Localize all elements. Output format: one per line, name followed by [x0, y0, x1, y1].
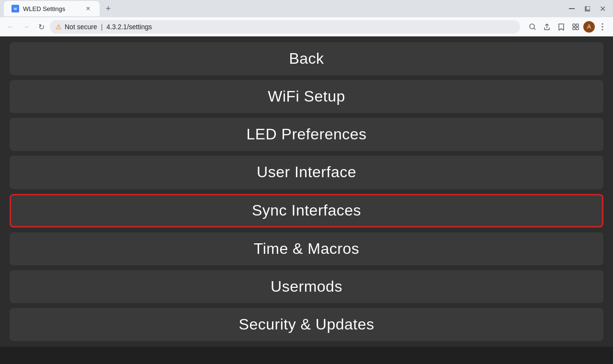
new-tab-button[interactable]: +	[102, 2, 115, 15]
menu-item-sync-interfaces[interactable]: Sync Interfaces	[10, 194, 603, 228]
svg-point-13	[602, 29, 603, 31]
menu-item-back[interactable]: Back	[10, 42, 603, 75]
address-input[interactable]: ⚠ Not secure | 4.3.2.1/settings	[50, 20, 520, 34]
page-content: BackWiFi SetupLED PreferencesUser Interf…	[0, 36, 613, 347]
forward-nav-button[interactable]: →	[19, 20, 33, 34]
address-separator: |	[101, 23, 103, 31]
tab-favicon: W	[11, 5, 19, 12]
restore-button[interactable]	[580, 2, 594, 15]
svg-rect-10	[576, 27, 579, 30]
svg-rect-4	[586, 6, 590, 10]
insecure-icon: ⚠	[56, 23, 62, 31]
svg-rect-9	[573, 27, 575, 30]
toolbar-right: A	[526, 20, 609, 34]
window-controls: ✕	[565, 2, 609, 15]
back-nav-button[interactable]: ←	[4, 20, 17, 34]
tab-close-button[interactable]: ✕	[84, 5, 92, 12]
zoom-button[interactable]	[526, 20, 539, 34]
title-bar: W WLED Settings ✕ + ✕	[0, 0, 613, 17]
menu-item-led-preferences[interactable]: LED Preferences	[10, 118, 603, 151]
svg-point-12	[602, 26, 603, 28]
browser-tab[interactable]: W WLED Settings ✕	[4, 1, 100, 16]
svg-point-5	[530, 24, 534, 29]
svg-rect-8	[576, 24, 579, 26]
svg-point-11	[602, 23, 603, 25]
share-button[interactable]	[540, 20, 554, 34]
reload-button[interactable]: ↻	[34, 20, 48, 34]
menu-item-time-macros[interactable]: Time & Macros	[10, 232, 603, 265]
tab-title: WLED Settings	[23, 5, 80, 12]
svg-rect-7	[573, 24, 575, 26]
url-text: 4.3.2.1/settings	[106, 23, 152, 31]
close-button[interactable]: ✕	[596, 2, 609, 15]
menu-item-security-updates[interactable]: Security & Updates	[10, 308, 603, 341]
bookmark-button[interactable]	[555, 20, 568, 34]
menu-item-user-interface[interactable]: User Interface	[10, 156, 603, 189]
address-bar: ← → ↻ ⚠ Not secure | 4.3.2.1/settings A	[0, 17, 613, 36]
menu-button[interactable]	[596, 20, 609, 34]
menu-item-wifi-setup[interactable]: WiFi Setup	[10, 80, 603, 113]
browser-chrome: W WLED Settings ✕ + ✕ ← → ↻ ⚠ Not secure…	[0, 0, 613, 36]
profile-avatar[interactable]: A	[583, 21, 595, 33]
not-secure-label: Not secure	[65, 23, 97, 31]
minimize-button[interactable]	[565, 2, 579, 15]
menu-item-usermods[interactable]: Usermods	[10, 270, 603, 303]
svg-text:W: W	[14, 7, 17, 11]
extension-button[interactable]	[569, 20, 582, 34]
svg-line-6	[534, 28, 535, 30]
svg-rect-2	[569, 8, 575, 9]
